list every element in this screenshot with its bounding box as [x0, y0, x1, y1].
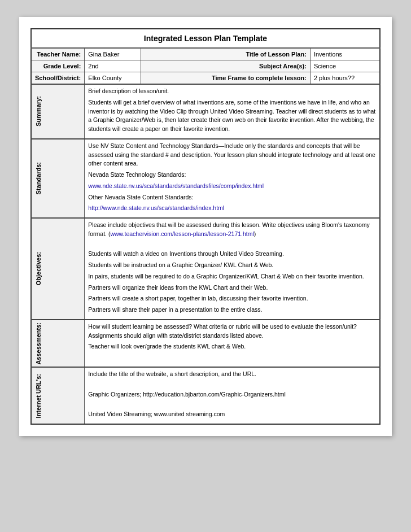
objectives-line-2: Students will watch a video on Invention…	[88, 250, 376, 259]
objectives-line-1: Please include objectives that will be a…	[88, 221, 376, 239]
school-district-value: Elko County	[85, 72, 141, 85]
assessments-section: Assessments: How will student learning b…	[31, 320, 380, 368]
title-lesson-label: Title of Lesson Plan:	[141, 48, 310, 60]
header-row-1: Teacher Name: Gina Baker Title of Lesson…	[31, 48, 380, 60]
teacher-name-label: Teacher Name:	[31, 48, 85, 60]
header-row-3: School/District: Elko County Time Frame …	[31, 72, 380, 85]
objectives-line-6: Partners will create a short paper, toge…	[88, 294, 376, 303]
grade-level-value: 2nd	[85, 60, 141, 72]
standards-link1[interactable]: www.nde.state.nv.us/sca/standards/standa…	[88, 182, 376, 191]
internet-urls-label: Internet URL's:	[35, 374, 42, 418]
objectives-content: Please include objectives that will be a…	[85, 218, 380, 320]
assessments-line-1: How will student learning be assessed? W…	[88, 322, 376, 341]
standards-link1-anchor[interactable]: www.nde.state.nv.us/sca/standards/standa…	[88, 182, 264, 189]
standards-line-2: Nevada State Technology Standards:	[88, 171, 376, 180]
title-row: Integrated Lesson Plan Template	[31, 29, 380, 48]
objectives-line-3: Students will be instructed on a Graphic…	[88, 261, 376, 270]
grade-level-label: Grade Level:	[31, 60, 85, 72]
assessments-line-2: Teacher will look over/grade the student…	[88, 342, 376, 351]
internet-urls-line-2: Graphic Organizers; http://education.bjb…	[88, 390, 376, 399]
summary-line-2: Students will get a brief overview of wh…	[88, 98, 376, 134]
objectives-link[interactable]: www.teachervision.com/lesson-plans/lesso…	[110, 230, 253, 237]
standards-section: Standards: Use NV State Content and Tech…	[31, 139, 380, 218]
objectives-section: Objectives: Please include objectives th…	[31, 218, 380, 320]
summary-section: Summary: Brief description of lesson/uni…	[31, 84, 380, 139]
title-lesson-value: Inventions	[310, 48, 380, 60]
objectives-line-4: In pairs, students will be required to d…	[88, 272, 376, 281]
time-frame-label: Time Frame to complete lesson:	[141, 72, 310, 85]
objectives-label: Objectives:	[35, 252, 42, 285]
teacher-name-value: Gina Baker	[85, 48, 141, 60]
standards-link2-anchor[interactable]: http://www.nde.state.nv.us/sca/standards…	[88, 204, 224, 211]
internet-urls-content: Include the title of the website, a shor…	[85, 367, 380, 424]
standards-line-1: Use NV State Content and Technology Stan…	[88, 142, 376, 168]
standards-content: Use NV State Content and Technology Stan…	[85, 139, 380, 218]
objectives-line-7: Partners will share their paper in a pre…	[88, 306, 376, 315]
lesson-plan-table: Integrated Lesson Plan Template Teacher …	[30, 28, 381, 425]
standards-line-3: Other Nevada State Content Standards:	[88, 193, 376, 202]
objectives-line-5: Partners will organize their ideas from …	[88, 284, 376, 293]
internet-urls-line-3: United Video Streaming; www.united strea…	[88, 410, 376, 419]
summary-label: Summary:	[35, 96, 42, 127]
page: Integrated Lesson Plan Template Teacher …	[19, 17, 392, 436]
internet-urls-line-1: Include the title of the website, a shor…	[88, 370, 376, 379]
subject-area-value: Science	[310, 60, 380, 72]
subject-area-label: Subject Area(s):	[141, 60, 310, 72]
summary-line-1: Brief description of lesson/unit.	[88, 87, 376, 96]
standards-label: Standards:	[35, 162, 42, 194]
assessments-label: Assessments:	[35, 322, 42, 365]
assessments-content: How will student learning be assessed? W…	[85, 320, 380, 368]
internet-urls-section: Internet URL's: Include the title of the…	[31, 367, 380, 424]
page-title: Integrated Lesson Plan Template	[31, 29, 380, 48]
summary-content: Brief description of lesson/unit. Studen…	[85, 84, 380, 139]
standards-link2[interactable]: http://www.nde.state.nv.us/sca/standards…	[88, 204, 376, 213]
school-district-label: School/District:	[31, 72, 85, 85]
time-frame-value: 2 plus hours??	[310, 72, 380, 85]
header-row-2: Grade Level: 2nd Subject Area(s): Scienc…	[31, 60, 380, 72]
